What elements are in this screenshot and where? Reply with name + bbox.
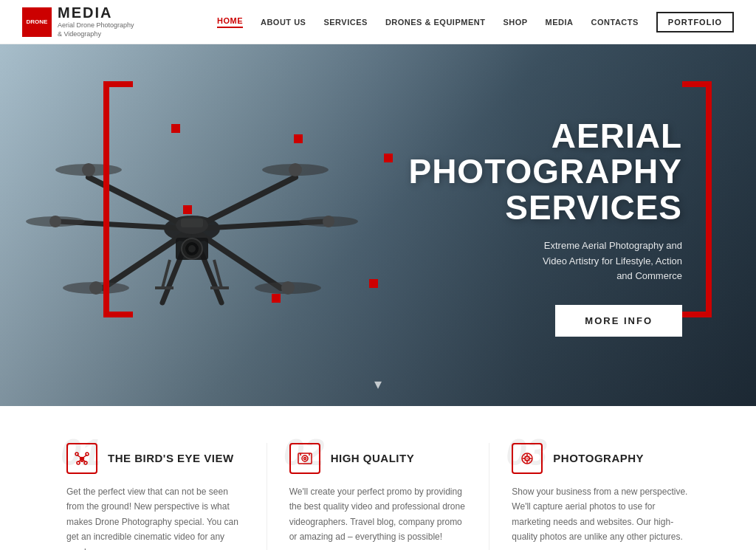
logo-square: DRONE xyxy=(22,7,52,37)
feature-1-desc: Get the perfect view that can not be see… xyxy=(66,484,244,550)
svg-point-35 xyxy=(75,453,78,456)
svg-point-15 xyxy=(82,163,95,176)
svg-point-16 xyxy=(289,163,302,176)
nav-services[interactable]: SERVICES xyxy=(323,18,367,27)
svg-point-45 xyxy=(303,458,306,460)
svg-point-37 xyxy=(77,461,80,464)
quality-icon xyxy=(289,443,320,474)
hero-subtitle: Extreme Aerial Photography and Video Art… xyxy=(372,238,682,284)
feature-photography: 03 PHOTOGRAPHY Show your business from a… xyxy=(489,443,712,550)
nav-about[interactable]: ABOUT US xyxy=(261,18,306,27)
feature-2-title: HIGH QUALITY xyxy=(331,452,415,465)
svg-point-17 xyxy=(89,281,103,295)
feature-3-header: 03 PHOTOGRAPHY xyxy=(512,443,690,474)
logo-main-text: MEDIA xyxy=(58,4,134,21)
dot-accent-2 xyxy=(294,134,303,143)
logo-square-text: DRONE xyxy=(27,18,48,26)
nav-shop[interactable]: SHOP xyxy=(503,18,527,27)
svg-point-38 xyxy=(84,461,87,464)
dot-accent-5 xyxy=(272,294,281,303)
features-section: 01 THE BIRD'S EYE VIEW xyxy=(0,406,756,550)
drone-illustration xyxy=(15,74,369,384)
svg-point-24 xyxy=(188,245,196,252)
hero-cta-button[interactable]: MORE INFO xyxy=(555,305,682,337)
tagline-line1: Aerial Drone Photography xyxy=(58,21,134,29)
hero-title-line1: AERIAL PHOTOGRAPHY xyxy=(408,117,682,190)
feature-2-header: 02 HIGH QUALITY xyxy=(289,443,467,474)
feature-3-title: PHOTOGRAPHY xyxy=(553,452,644,465)
hero-title: AERIAL PHOTOGRAPHY SERVICES xyxy=(372,118,682,225)
nav-media[interactable]: MEDIA xyxy=(546,18,574,27)
feature-1-title: THE BIRD'S EYE VIEW xyxy=(108,452,234,465)
nav-home[interactable]: HOME xyxy=(217,16,243,28)
svg-point-20 xyxy=(323,216,334,227)
svg-rect-30 xyxy=(181,219,203,227)
feature-2-desc: We'll create your perfect promo by provi… xyxy=(289,484,467,545)
feature-high-quality: 02 HIGH QUALITY We'll create your perfec… xyxy=(267,443,490,550)
logo-tagline: Aerial Drone Photography & Videography xyxy=(58,21,134,38)
camera-icon xyxy=(512,443,543,474)
hero-section: AERIAL PHOTOGRAPHY SERVICES Extreme Aeri… xyxy=(0,44,756,406)
svg-point-19 xyxy=(49,216,61,227)
nav-drones[interactable]: DRONES & EQUIPMENT xyxy=(385,18,486,27)
svg-point-36 xyxy=(86,453,89,456)
drone-icon xyxy=(66,443,97,474)
feature-3-desc: Show your business from a new perspectiv… xyxy=(512,484,690,545)
dot-accent-4 xyxy=(183,205,192,214)
svg-point-18 xyxy=(281,281,295,295)
svg-line-2 xyxy=(192,177,295,229)
nav-contacts[interactable]: CONTACTS xyxy=(591,18,639,27)
feature-birds-eye: 01 THE BIRD'S EYE VIEW xyxy=(44,443,267,550)
portfolio-button[interactable]: PORTFOLIO xyxy=(656,12,734,32)
svg-point-44 xyxy=(302,456,308,461)
hero-title-line2: SERVICES xyxy=(505,188,682,227)
hero-content: AERIAL PHOTOGRAPHY SERVICES Extreme Aeri… xyxy=(372,118,682,337)
scroll-indicator[interactable]: ▾ xyxy=(374,375,382,393)
site-header: DRONE MEDIA Aerial Drone Photography & V… xyxy=(0,0,756,44)
main-nav: HOME ABOUT US SERVICES DRONES & EQUIPMEN… xyxy=(217,12,734,32)
dot-accent-1 xyxy=(171,124,180,133)
feature-1-header: 01 THE BIRD'S EYE VIEW xyxy=(66,443,244,474)
tagline-line2: & Videography xyxy=(58,30,101,38)
bracket-right-decoration xyxy=(682,81,712,317)
logo[interactable]: DRONE MEDIA Aerial Drone Photography & V… xyxy=(22,4,134,38)
bracket-left-decoration xyxy=(103,81,133,317)
